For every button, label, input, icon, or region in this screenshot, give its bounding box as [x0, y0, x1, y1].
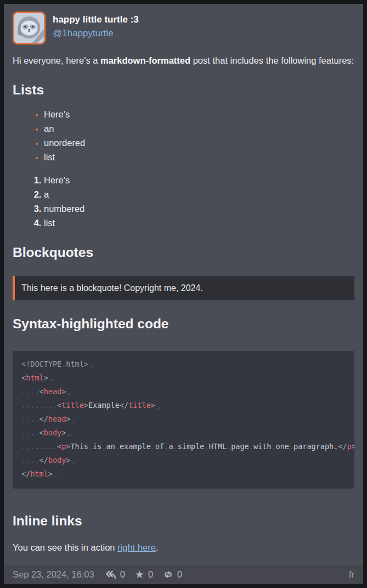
heading-blockquotes: Blockquotes: [13, 244, 354, 261]
code-line: ....</head>↵: [21, 413, 346, 427]
favourite-button[interactable]: ★ 0: [135, 569, 153, 580]
code-line: <!DOCTYPE.html>↵: [21, 358, 346, 372]
heading-lists: Lists: [13, 82, 354, 98]
code-line: ....<head>↵: [21, 385, 346, 399]
reply-icon: [105, 570, 116, 579]
intro-text-pre: Hi everyone, here's a: [13, 55, 100, 65]
code-block: <!DOCTYPE.html>↵<html>↵....<head>↵......…: [13, 351, 354, 489]
list-item: Here's: [44, 107, 354, 121]
code-line: ....<body>↵: [21, 427, 346, 440]
favourite-count: 0: [148, 569, 153, 580]
code-line: ........<title>Example</title>↵: [21, 399, 346, 413]
blockquote: This here is a blockquote! Copyright me,…: [13, 276, 354, 300]
list-item: Here's: [44, 173, 354, 187]
code-line: <html>↵: [21, 372, 346, 385]
links-paragraph: You can see this in action right here.: [13, 540, 354, 555]
right-here-link[interactable]: right here: [117, 542, 156, 552]
list-item: list: [44, 216, 354, 230]
links-text-post: .: [156, 542, 159, 552]
account-handle[interactable]: @1happyturtle: [53, 26, 139, 41]
reply-button[interactable]: 0: [105, 569, 125, 580]
star-icon: ★: [135, 569, 144, 580]
list-item: numbered: [44, 201, 354, 216]
account-names: happy little turtle :3 @1happyturtle: [53, 12, 139, 41]
account-header[interactable]: happy little turtle :3 @1happyturtle: [13, 12, 354, 44]
boost-button[interactable]: 0: [163, 569, 182, 580]
timestamp[interactable]: Sep 23, 2024, 16:03: [13, 569, 94, 580]
code-line: </html>↵: [21, 468, 346, 481]
code-line: ........<p>This.is.an.example.of.a.simpl…: [21, 440, 346, 454]
intro-paragraph: Hi everyone, here's a markdown-formatted…: [13, 53, 354, 68]
list-item: list: [44, 150, 354, 164]
reply-count: 0: [120, 569, 125, 580]
unordered-list: Here'sanunorderedlist: [13, 107, 354, 164]
intro-text-bold: markdown-formatted: [100, 55, 190, 65]
boost-icon: [163, 570, 173, 579]
avatar[interactable]: [13, 12, 46, 44]
display-name[interactable]: happy little turtle :3: [53, 13, 139, 26]
post-footer: Sep 23, 2024, 16:03 0 ★ 0: [4, 565, 363, 584]
heading-code: Syntax-highlighted code: [13, 316, 354, 332]
language-tag[interactable]: fr: [349, 569, 354, 580]
code-line: ....</body>↵: [21, 454, 346, 468]
list-item: a: [44, 187, 354, 201]
heading-inline-links: Inline links: [13, 513, 354, 529]
sloth-avatar-image: [14, 13, 44, 43]
ordered-list: Here'sanumberedlist: [13, 173, 354, 230]
post-content: happy little turtle :3 @1happyturtle Hi …: [4, 4, 363, 565]
list-item: unordered: [44, 136, 354, 150]
list-item: an: [44, 121, 354, 136]
boost-count: 0: [177, 569, 182, 580]
post-card: happy little turtle :3 @1happyturtle Hi …: [0, 0, 367, 588]
intro-text-post: post that includes the following feature…: [190, 55, 354, 65]
links-text-pre: You can see this in action: [13, 542, 117, 552]
